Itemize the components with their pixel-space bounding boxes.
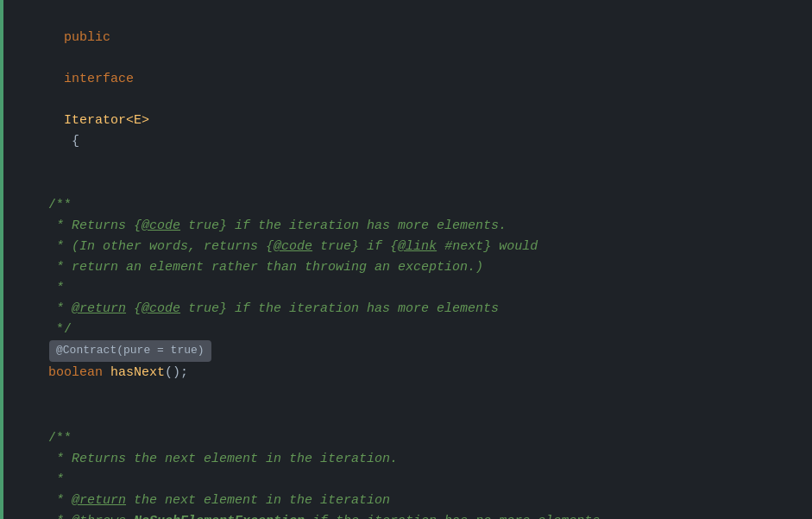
code-line-8: * @return {@code true} if the iteration … (0, 299, 812, 320)
code-tag-1: @code (142, 216, 180, 237)
contract-tooltip: @Contract(pure = true) (49, 340, 211, 362)
code-line-17: * @return the next element in the iterat… (0, 491, 812, 511)
code-line-13 (0, 406, 812, 428)
code-line-5: * (In other words, returns {@code true} … (0, 237, 812, 257)
throws-tag: @throws (72, 511, 126, 519)
code-line-18: * @throws NoSuchElementException if the … (0, 511, 812, 519)
keyword-public: public (64, 30, 110, 45)
comment-line-4: * Returns { (17, 216, 142, 237)
keyword-boolean: boolean (48, 363, 103, 383)
code-line-6: * return an element rather than throwing… (0, 257, 812, 278)
code-line-3: /** (0, 195, 812, 216)
code-line-16: * (0, 470, 812, 491)
comment-open: /** (17, 195, 72, 216)
code-line-14: /** (0, 428, 812, 449)
code-tag-3: @code (142, 299, 180, 320)
code-line-10: @Contract(pure = true) (0, 340, 812, 363)
code-line-11: boolean hasNext(); (0, 363, 812, 383)
keyword-interface: interface (64, 72, 134, 86)
class-name: Iterator<E> (64, 113, 149, 128)
code-line-12 (0, 383, 812, 406)
exception-class: NoSuchElementException (134, 511, 305, 519)
return-tag-1: @return (72, 299, 126, 320)
code-line-7: * (0, 278, 812, 299)
link-tag: @link (398, 237, 437, 257)
method-hasnext: hasNext (110, 363, 165, 383)
code-line-4: * Returns {@code true} if the iteration … (0, 216, 812, 237)
code-tag-2: @code (274, 237, 312, 257)
code-line-2 (0, 173, 812, 195)
code-editor: public interface Iterator<E> { /** * Ret… (0, 0, 812, 519)
return-tag-2: @return (72, 491, 126, 511)
code-line-15: * Returns the next element in the iterat… (0, 449, 812, 470)
code-line-1: public interface Iterator<E> { (0, 7, 812, 173)
code-line-9: */ (0, 320, 812, 340)
